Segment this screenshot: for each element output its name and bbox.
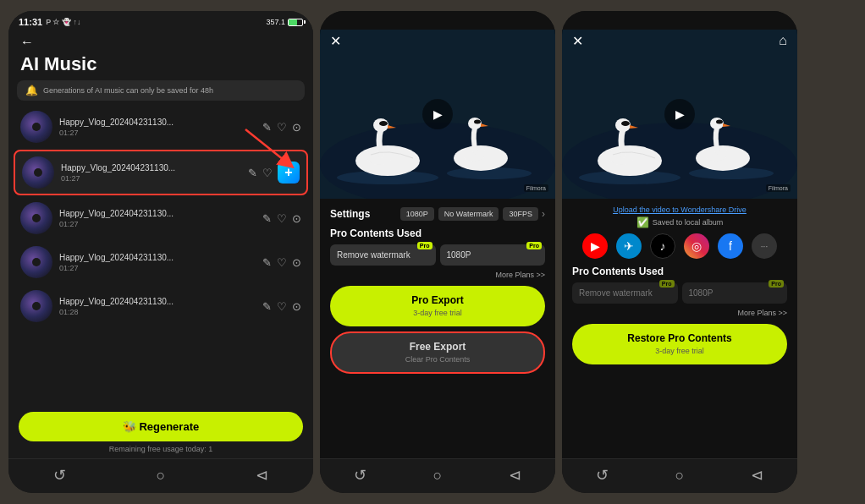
share-more[interactable]: ··· <box>752 233 777 259</box>
nav-bar-3: ↺ ○ ⊲ <box>562 458 797 493</box>
nav-bar-2: ↺ ○ ⊲ <box>320 458 555 493</box>
heart-icon-3[interactable]: ♡ <box>277 212 287 225</box>
free-export-button[interactable]: Free Export Clear Pro Contents <box>330 331 545 374</box>
play-button-3[interactable]: ▶ <box>664 99 695 129</box>
download-icon-4[interactable]: ⊙ <box>292 256 301 269</box>
close-button-3[interactable]: ✕ <box>572 33 583 49</box>
home-button-3[interactable]: ⌂ <box>779 33 787 48</box>
svg-point-12 <box>474 120 481 124</box>
music-thumb-2 <box>22 156 54 189</box>
music-item-5[interactable]: Happy_Vlog_202404231130... 01:28 ✎ ♡ ⊙ <box>14 285 308 327</box>
edit-icon-3[interactable]: ✎ <box>262 212 272 225</box>
music-list: Happy_Vlog_202404231130... 01:27 ✎ ♡ ⊙ H… <box>8 106 313 405</box>
download-icon-1[interactable]: ⊙ <box>292 121 301 134</box>
video-preview-3: ▶ Filmora <box>562 30 797 199</box>
more-plans-2[interactable]: More Plans >> <box>330 271 545 279</box>
status-bar-1: 11:31 P ☆ 👻 ↑↓ 357.1 <box>8 11 313 30</box>
pro-badge-4: Pro <box>769 280 784 288</box>
music-dur-5: 01:28 <box>59 308 256 316</box>
tag-resolution: 1080P <box>400 207 434 221</box>
share-instagram[interactable]: ◎ <box>684 233 709 259</box>
regenerate-button[interactable]: 🐝 Regenerate <box>19 412 303 441</box>
pro-item-watermark-3: Pro Remove watermark <box>572 282 678 304</box>
nav-back-icon-2[interactable]: ↺ <box>354 466 366 485</box>
phone3: ✕ ⌂ ▶ Filmora Upload the video to <box>562 11 797 493</box>
heart-icon-4[interactable]: ♡ <box>277 256 287 269</box>
music-name-1: Happy_Vlog_202404231130... <box>59 118 256 127</box>
download-icon-5[interactable]: ⊙ <box>292 300 301 313</box>
restore-button[interactable]: Restore Pro Contents 3-day free trial <box>572 324 787 364</box>
edit-icon-2[interactable]: ✎ <box>248 167 257 179</box>
pro-export-subtitle: 3-day free trial <box>413 309 462 317</box>
share-youtube[interactable]: ▶ <box>582 233 608 259</box>
play-button-2[interactable]: ▶ <box>422 99 453 129</box>
music-item-4[interactable]: Happy_Vlog_202404231130... 01:27 ✎ ♡ ⊙ <box>14 241 308 283</box>
saved-status: ✅ Saved to local album <box>572 216 787 228</box>
nav-home-icon[interactable]: ○ <box>157 467 166 485</box>
edit-icon-5[interactable]: ✎ <box>262 300 272 313</box>
pro-grid-2: Pro Remove watermark Pro 1080P <box>330 244 545 266</box>
settings-tags: 1080P No Watermark 30FPS <box>400 207 538 221</box>
back-button[interactable]: ← <box>20 35 34 50</box>
share-telegram[interactable]: ✈ <box>616 233 642 259</box>
nav-recent-icon[interactable]: ⊲ <box>256 466 268 485</box>
share-icons: ▶ ✈ ♪ ◎ f ··· <box>572 233 787 259</box>
pro-contents-label-2: Pro Contents Used <box>330 227 545 239</box>
upload-link[interactable]: Upload the video to Wondershare Drive <box>572 205 787 214</box>
pro-item-watermark-2: Pro Remove watermark <box>330 244 436 266</box>
download-icon-3[interactable]: ⊙ <box>292 212 301 225</box>
heart-icon-2[interactable]: ♡ <box>262 167 273 179</box>
nav-recent-icon-3[interactable]: ⊲ <box>751 466 763 485</box>
heart-icon-5[interactable]: ♡ <box>277 300 287 313</box>
restore-subtitle: 3-day free trial <box>655 347 704 355</box>
nav-back-icon-3[interactable]: ↺ <box>596 466 609 485</box>
restore-label: Restore Pro Contents <box>627 332 731 344</box>
settings-label: Settings <box>330 208 370 220</box>
edit-icon-1[interactable]: ✎ <box>262 121 272 134</box>
music-name-2: Happy_Vlog_202404231130... <box>61 163 241 173</box>
pro-badge-3: Pro <box>659 280 675 288</box>
pro-item-resolution-2: Pro 1080P <box>440 244 546 266</box>
music-name-4: Happy_Vlog_202404231130... <box>59 253 256 262</box>
music-name-3: Happy_Vlog_202404231130... <box>59 209 256 218</box>
music-dur-3: 01:27 <box>59 220 256 228</box>
music-thumb-5 <box>20 290 52 322</box>
add-button-2[interactable]: + <box>278 162 300 184</box>
phone2: ✕ <box>320 11 555 493</box>
nav-home-icon-3[interactable]: ○ <box>675 467 685 485</box>
svg-point-20 <box>621 121 630 126</box>
music-item-3[interactable]: Happy_Vlog_202404231130... 01:27 ✎ ♡ ⊙ <box>14 197 308 239</box>
svg-point-11 <box>468 118 482 129</box>
music-thumb-3 <box>20 202 52 234</box>
status-icons: 357.1 <box>266 18 303 26</box>
music-item-2[interactable]: Happy_Vlog_202404231130... 01:27 ✎ ♡ + <box>14 150 308 195</box>
page-title: AI Music <box>8 53 313 80</box>
music-item-1[interactable]: Happy_Vlog_202404231130... 01:27 ✎ ♡ ⊙ <box>14 106 308 148</box>
share-tiktok[interactable]: ♪ <box>650 233 675 259</box>
video-preview-2: ▶ Filmora <box>320 30 555 199</box>
more-plans-3[interactable]: More Plans >> <box>572 309 787 317</box>
edit-icon-4[interactable]: ✎ <box>262 256 272 269</box>
settings-chevron[interactable]: › <box>542 208 545 220</box>
share-facebook[interactable]: f <box>718 233 743 259</box>
status-time: 11:31 P ☆ 👻 ↑↓ <box>19 17 80 27</box>
close-button-2[interactable]: ✕ <box>330 33 341 49</box>
phone1: 11:31 P ☆ 👻 ↑↓ 357.1 ← AI Music 🔔 Genera… <box>8 11 313 493</box>
music-thumb-4 <box>20 246 52 278</box>
music-dur-2: 01:27 <box>61 174 241 183</box>
nav-recent-icon-2[interactable]: ⊲ <box>509 466 521 485</box>
pro-export-label: Pro Export <box>411 294 463 306</box>
heart-icon-1[interactable]: ♡ <box>277 121 287 134</box>
pro-grid-3: Pro Remove watermark Pro 1080P <box>572 282 787 304</box>
pro-export-button[interactable]: Pro Export 3-day free trial <box>330 286 545 326</box>
check-icon: ✅ <box>636 216 649 228</box>
phone1-header: ← <box>8 30 313 53</box>
free-export-label: Free Export <box>410 341 466 353</box>
nav-home-icon-2[interactable]: ○ <box>433 467 443 485</box>
music-dur-4: 01:27 <box>59 264 256 272</box>
nav-back-icon[interactable]: ↺ <box>53 466 66 485</box>
pro-contents-label-3: Pro Contents Used <box>572 266 787 277</box>
battery-icon <box>288 19 303 26</box>
pro-badge-2: Pro <box>526 242 542 249</box>
pro-badge-1: Pro <box>417 242 432 249</box>
